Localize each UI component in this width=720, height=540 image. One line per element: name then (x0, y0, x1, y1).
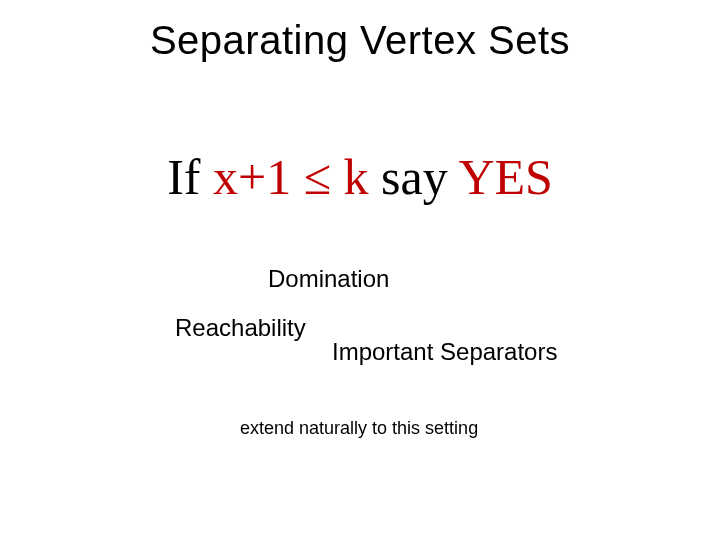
label-important-separators: Important Separators (332, 338, 557, 366)
word-yes: YES (458, 149, 552, 205)
word-if: If (167, 149, 213, 205)
slide: Separating Vertex Sets If x+1 ≤ k say YE… (0, 0, 720, 540)
label-domination: Domination (268, 265, 389, 293)
expr-lhs: x+1 (213, 149, 304, 205)
page-title: Separating Vertex Sets (0, 18, 720, 63)
label-reachability: Reachability (175, 314, 306, 342)
condition-formula: If x+1 ≤ k say YES (0, 152, 720, 202)
expr-rhs: k (331, 149, 381, 205)
label-extend: extend naturally to this setting (240, 418, 478, 439)
word-say: say (381, 149, 458, 205)
leq-symbol: ≤ (304, 149, 331, 205)
